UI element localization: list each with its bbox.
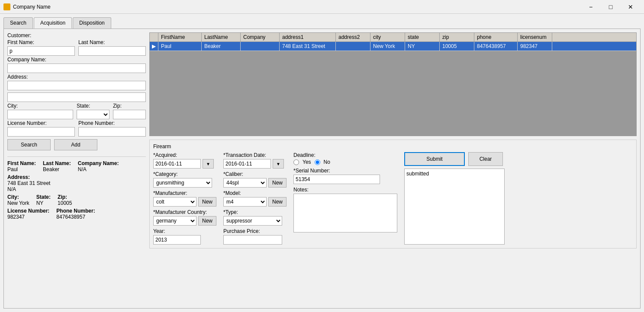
last-name-group: Last Name: (78, 39, 146, 56)
acquired-input[interactable] (153, 159, 201, 169)
firearm-col3: Deadline: Yes No *Serial Number: (293, 152, 397, 245)
notes-field: Notes: (293, 187, 397, 232)
address1-input[interactable] (7, 81, 146, 90)
detail-zip-label: Zip: (58, 194, 67, 200)
state-select[interactable]: NY (77, 110, 109, 119)
last-name-label: Last Name: (78, 39, 146, 45)
category-label: *Category: (153, 171, 216, 177)
grid-row[interactable]: ▶ Paul Beaker 748 East 31 Street New Yor… (150, 42, 636, 51)
company-name-group: Company Name: (7, 57, 146, 73)
grid-cell-license: 982347 (518, 42, 552, 51)
manufacturer-label: *Manufacturer: (153, 190, 216, 196)
caliber-input-row: 44spl 9mm .45 New (223, 178, 287, 188)
submit-buttons-row: Submit Clear (404, 152, 505, 166)
grid-col-arrow (150, 33, 158, 41)
country-input-row: germany usa italy New (153, 216, 216, 226)
left-panel: Customer: First Name: Last Name: Company… (7, 32, 146, 305)
license-group: License Number: (7, 120, 75, 137)
city-input[interactable] (7, 110, 73, 119)
search-button[interactable]: Search (7, 139, 51, 150)
manufacturer-field: *Manufacturer: colt smith & wesson glock… (153, 190, 216, 207)
year-input[interactable] (153, 235, 201, 245)
submit-button[interactable]: Submit (404, 152, 465, 166)
detail-city-value: New York (7, 200, 29, 206)
maximize-button[interactable]: □ (601, 0, 621, 14)
last-name-input[interactable] (78, 46, 146, 56)
city-label: City: (7, 103, 73, 109)
acquired-label: *Acquired: (153, 152, 216, 158)
grid-wrapper: FirstName LastName Company address1 addr… (150, 33, 636, 51)
company-name-input[interactable] (7, 64, 146, 73)
detail-addr2: N/A (7, 186, 16, 192)
grid-col-lastname: LastName (202, 33, 241, 41)
deadline-yes-radio[interactable] (293, 159, 299, 165)
close-button[interactable]: ✕ (621, 0, 641, 14)
tab-search[interactable]: Search (3, 17, 33, 29)
type-select[interactable]: suppressor pistol rifle (223, 216, 282, 226)
first-name-label: First Name: (7, 39, 75, 45)
clear-button[interactable]: Clear (468, 152, 503, 166)
serial-number-input[interactable] (293, 175, 380, 184)
manufacturer-select[interactable]: colt smith & wesson glock (153, 197, 196, 207)
tab-disposition[interactable]: Disposition (73, 17, 111, 29)
state-label: State: (77, 103, 109, 109)
grid-col-phone: phone (474, 33, 518, 41)
mfr-country-select[interactable]: germany usa italy (153, 216, 196, 226)
detail-phone-value: 8476438957 (56, 214, 85, 220)
detail-ln-value: Beaker (43, 166, 59, 172)
license-phone-row: License Number: Phone Number: (7, 120, 146, 137)
detail-fn-value: Paul (7, 166, 18, 172)
mfr-country-new-btn[interactable]: New (198, 216, 216, 226)
firearm-col2: *Transaction Date: ▼ *Caliber: 44spl (223, 152, 287, 245)
acquired-date-picker[interactable]: ▼ (203, 159, 214, 169)
app-icon (3, 3, 10, 10)
category-select[interactable]: gunsmithing new used (153, 178, 212, 188)
grid-col-state: state (405, 33, 440, 41)
grid-col-company: Company (241, 33, 280, 41)
transaction-date-input[interactable] (223, 159, 271, 169)
grid-cell-company (241, 42, 280, 51)
model-label: *Model: (223, 190, 287, 196)
zip-input[interactable] (113, 110, 146, 119)
content-area: Customer: First Name: Last Name: Company… (3, 29, 641, 309)
txdate-picker[interactable]: ▼ (273, 159, 284, 169)
detail-address-section: Address: 748 East 31 Street N/A (7, 174, 146, 192)
notes-textarea[interactable] (293, 194, 397, 232)
detail-csz-row: City: New York State: NY Zip: 10005 (7, 194, 146, 206)
add-button[interactable]: Add (54, 139, 97, 150)
detail-phone-label: Phone Number: (56, 208, 95, 214)
log-area: submitted (404, 169, 505, 245)
model-new-btn[interactable]: New (268, 197, 287, 207)
detail-addr1: 748 East 31 Street (7, 180, 50, 186)
model-select[interactable]: m4 m16 ar15 (223, 197, 267, 207)
license-input[interactable] (7, 127, 75, 137)
grid-cell-firstname: Paul (158, 42, 202, 51)
app-title: Company Name (13, 4, 581, 10)
grid-col-address2: address2 (336, 33, 370, 41)
year-label: Year: (153, 228, 216, 234)
name-row: First Name: Last Name: (7, 39, 146, 56)
grid-cell-lastname: Beaker (202, 42, 241, 51)
customer-detail: First Name: Paul Last Name: Beaker Compa… (7, 156, 146, 222)
city-group: City: (7, 103, 73, 119)
grid-cell-arrow: ▶ (150, 42, 158, 51)
customer-grid[interactable]: FirstName LastName Company address1 addr… (149, 32, 637, 136)
caliber-new-btn[interactable]: New (268, 178, 287, 188)
grid-cell-address2 (336, 42, 370, 51)
purchase-price-input[interactable] (223, 235, 282, 245)
deadline-no-radio[interactable] (315, 159, 320, 165)
minimize-button[interactable]: − (581, 0, 601, 14)
phone-input[interactable] (78, 127, 146, 137)
caliber-select[interactable]: 44spl 9mm .45 (223, 178, 267, 188)
address-group: Address: (7, 74, 146, 102)
tab-acquisition[interactable]: Acquisition (34, 17, 72, 29)
first-name-input[interactable] (7, 46, 75, 56)
address2-input[interactable] (7, 92, 146, 102)
window-controls: − □ ✕ (581, 0, 641, 14)
year-field: Year: (153, 228, 216, 245)
license-label: License Number: (7, 120, 75, 126)
deadline-no-label: No (324, 159, 330, 165)
caliber-label: *Caliber: (223, 171, 287, 177)
transaction-date-label: *Transaction Date: (223, 152, 287, 158)
manufacturer-new-btn[interactable]: New (198, 197, 216, 207)
